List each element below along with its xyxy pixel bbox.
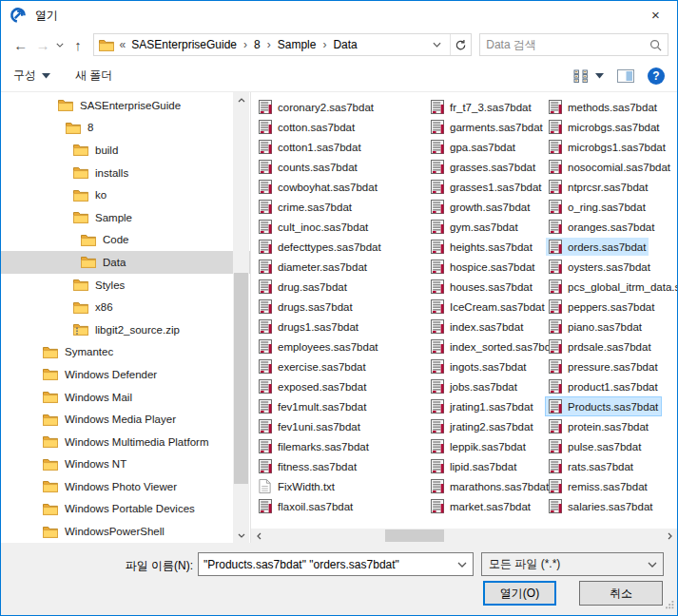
open-button[interactable]: 열기(O) bbox=[483, 581, 556, 606]
file-item[interactable]: microbgs1.sas7bdat bbox=[546, 138, 668, 156]
file-item[interactable]: heights.sas7bdat bbox=[428, 238, 535, 256]
up-button[interactable]: ↑ bbox=[67, 33, 88, 56]
file-item[interactable]: ntprcsr.sas7bdat bbox=[546, 178, 650, 196]
forward-button[interactable]: → bbox=[31, 33, 53, 56]
search-icon[interactable] bbox=[649, 39, 662, 51]
file-item[interactable]: jrating1.sas7bdat bbox=[428, 397, 536, 415]
breadcrumb-item[interactable]: 8 bbox=[252, 38, 262, 51]
tree-scrollbar-thumb[interactable] bbox=[234, 273, 248, 485]
help-button[interactable]: ? bbox=[648, 67, 665, 85]
file-item[interactable]: prdsale.sas7bdat bbox=[546, 337, 654, 356]
file-item[interactable]: pcs_global_itrm_data.sa bbox=[546, 278, 677, 296]
file-item[interactable]: crime.sas7bdat bbox=[256, 198, 355, 216]
cancel-button[interactable]: 취소 bbox=[579, 581, 663, 606]
hscroll-thumb[interactable] bbox=[385, 529, 444, 542]
file-item[interactable]: market.sas7bdat bbox=[428, 497, 533, 515]
breadcrumb-item[interactable]: Data bbox=[331, 38, 358, 51]
file-item[interactable]: grasses.sas7bdat bbox=[428, 158, 538, 176]
tree-item[interactable]: Windows Defender bbox=[1, 363, 250, 386]
file-item[interactable]: jobs.sas7bdat bbox=[428, 377, 520, 395]
file-item[interactable]: hospice.sas7bdat bbox=[428, 258, 538, 276]
file-item[interactable]: protein.sas7bdat bbox=[546, 417, 651, 435]
tree-item[interactable]: Data bbox=[1, 251, 250, 274]
refresh-button[interactable] bbox=[450, 34, 471, 55]
file-item[interactable]: microbgs.sas7bdat bbox=[546, 118, 663, 136]
file-item[interactable]: gym.sas7bdat bbox=[428, 218, 521, 236]
resize-grip-icon[interactable] bbox=[665, 599, 674, 612]
file-item[interactable]: filemarks.sas7bdat bbox=[256, 437, 372, 455]
file-item[interactable]: cowboyhat.sas7bdat bbox=[256, 178, 380, 196]
file-item[interactable]: houses.sas7bdat bbox=[428, 278, 535, 296]
file-list-horizontal-scrollbar[interactable] bbox=[251, 529, 677, 543]
file-item[interactable]: counts.sas7bdat bbox=[256, 158, 360, 176]
file-item[interactable]: drugs.sas7bdat bbox=[256, 298, 356, 316]
tree-scrollbar[interactable] bbox=[233, 92, 249, 543]
breadcrumb-item[interactable]: Sample bbox=[276, 38, 319, 51]
filename-input[interactable] bbox=[203, 558, 454, 571]
preview-pane-button[interactable] bbox=[617, 69, 634, 83]
tree-item[interactable]: libgit2_source.zip bbox=[1, 318, 250, 341]
tree-item[interactable]: Code bbox=[1, 229, 250, 252]
file-item[interactable]: oranges.sas7bdat bbox=[546, 218, 657, 236]
file-item[interactable]: oysters.sas7bdat bbox=[546, 258, 653, 276]
file-item[interactable]: piano.sas7bdat bbox=[546, 318, 645, 336]
change-view-button[interactable] bbox=[573, 69, 604, 83]
file-item[interactable]: coronary2.sas7bdat bbox=[256, 98, 377, 116]
organize-button[interactable]: 구성 bbox=[13, 67, 50, 84]
file-item[interactable]: exposed.sas7bdat bbox=[256, 377, 369, 395]
file-item[interactable]: employees.sas7bdat bbox=[256, 337, 380, 356]
file-item[interactable]: jrating2.sas7bdat bbox=[428, 417, 536, 435]
filetype-dropdown-chevron-icon[interactable] bbox=[644, 562, 661, 568]
file-item[interactable]: flaxoil.sas7bdat bbox=[256, 497, 356, 515]
tree-item[interactable]: installs bbox=[1, 162, 250, 184]
tree-item[interactable]: 8 bbox=[1, 117, 250, 140]
tree-item[interactable]: SASEnterpriseGuide bbox=[1, 94, 250, 117]
filename-dropdown-chevron-icon[interactable] bbox=[454, 562, 471, 568]
breadcrumb-overflow-icon[interactable]: « bbox=[120, 38, 130, 51]
file-item[interactable]: cult_inoc.sas7bdat bbox=[256, 218, 371, 236]
new-folder-button[interactable]: 새 폴더 bbox=[75, 67, 112, 84]
file-item[interactable]: methods.sas7bdat bbox=[546, 98, 660, 116]
file-item[interactable]: marathons.sas7bdat bbox=[428, 477, 552, 495]
file-item[interactable]: drugs1.sas7bdat bbox=[256, 318, 361, 336]
tree-item[interactable]: ko bbox=[1, 183, 250, 206]
tree-item[interactable]: Symantec bbox=[1, 341, 250, 364]
file-item[interactable]: fev1mult.sas7bdat bbox=[256, 397, 369, 415]
file-item[interactable]: cotton.sas7bdat bbox=[256, 118, 358, 136]
tree-item[interactable]: Windows Media Player bbox=[1, 408, 250, 431]
file-item[interactable]: Products.sas7bdat bbox=[546, 397, 661, 415]
tree-item[interactable]: build bbox=[1, 139, 250, 162]
file-item[interactable]: fitness.sas7bdat bbox=[256, 457, 359, 475]
file-item[interactable]: defecttypes.sas7bdat bbox=[256, 238, 384, 256]
file-item[interactable]: index.sas7bdat bbox=[428, 318, 526, 336]
file-item[interactable]: growth.sas7bdat bbox=[428, 198, 533, 216]
scroll-down-icon[interactable] bbox=[233, 528, 249, 543]
address-dropdown-chevron-icon[interactable] bbox=[429, 42, 445, 48]
tree-item[interactable]: Windows Multimedia Platform bbox=[1, 431, 250, 453]
breadcrumb[interactable]: « SASEnterpriseGuide › 8 › Sample › Data bbox=[94, 34, 451, 55]
scroll-right-icon[interactable] bbox=[662, 529, 677, 543]
tree-item[interactable]: x86 bbox=[1, 296, 250, 318]
tree-item[interactable]: Sample bbox=[1, 206, 250, 229]
file-item[interactable]: orders.sas7bdat bbox=[546, 238, 649, 256]
file-item[interactable]: pressure.sas7bdat bbox=[546, 357, 661, 375]
file-item[interactable]: exercise.sas7bdat bbox=[256, 357, 369, 375]
tree-item[interactable]: Windows Photo Viewer bbox=[1, 475, 250, 498]
tree-item[interactable]: Windows Portable Devices bbox=[1, 498, 250, 521]
file-item[interactable]: pulse.sas7bdat bbox=[546, 437, 644, 455]
tree-item[interactable]: Styles bbox=[1, 274, 250, 297]
breadcrumb-item[interactable]: SASEnterpriseGuide bbox=[129, 38, 239, 51]
file-item[interactable]: gpa.sas7bdat bbox=[428, 138, 518, 156]
search-input[interactable] bbox=[486, 38, 649, 51]
file-item[interactable]: nosocomial.sas7bdat bbox=[546, 158, 673, 176]
file-item[interactable]: garments.sas7bdat bbox=[428, 118, 546, 136]
file-item[interactable]: ingots.sas7bdat bbox=[428, 357, 530, 375]
file-item[interactable]: fev1uni.sas7bdat bbox=[256, 417, 363, 435]
file-item[interactable]: grasses1.sas7bdat bbox=[428, 178, 545, 196]
tree-item[interactable]: WindowsPowerShell bbox=[1, 520, 250, 543]
file-item[interactable]: remiss.sas7bdat bbox=[546, 477, 650, 495]
back-button[interactable]: ← bbox=[10, 33, 31, 56]
file-item[interactable]: salaries.sas7bdat bbox=[546, 497, 656, 515]
file-item[interactable]: drug.sas7bdat bbox=[256, 278, 350, 296]
file-item[interactable]: FixWidth.txt bbox=[256, 477, 338, 495]
